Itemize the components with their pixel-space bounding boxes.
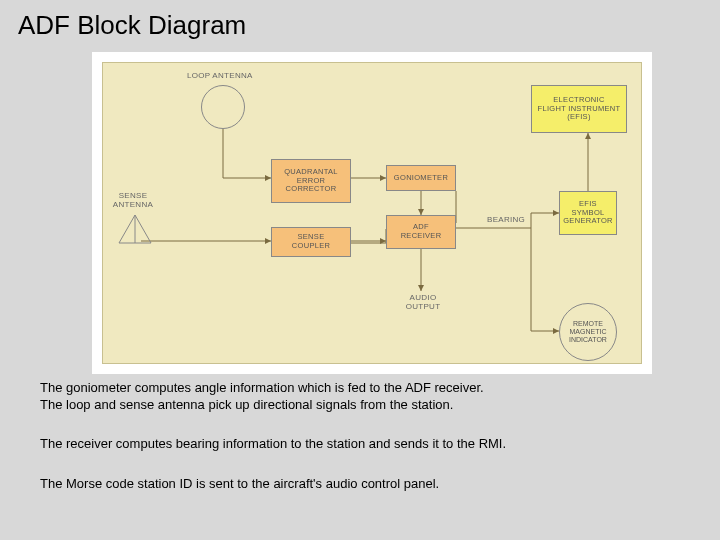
sense-antenna-label: SENSE ANTENNA [109, 191, 157, 209]
svg-marker-7 [585, 133, 591, 139]
audio-output-label: AUDIO OUTPUT [403, 293, 443, 311]
loop-antenna-icon [201, 85, 245, 129]
caption-line-1b: The loop and sense antenna pick up direc… [40, 397, 484, 414]
diagram-canvas: LOOP ANTENNA SENSE ANTENNA QUADRANTAL ER… [102, 62, 642, 364]
rmi-label: REMOTE MAGNETIC INDICATOR [569, 320, 607, 343]
diagram-container: LOOP ANTENNA SENSE ANTENNA QUADRANTAL ER… [92, 52, 652, 374]
block-rmi: REMOTE MAGNETIC INDICATOR [559, 303, 617, 361]
bearing-label: BEARING [487, 215, 525, 224]
block-efis-symbol-generator: EFIS SYMBOL GENERATOR [559, 191, 617, 235]
block-goniometer: GONIOMETER [386, 165, 456, 191]
block-adf-receiver: ADF RECEIVER [386, 215, 456, 249]
block-efis: ELECTRONIC FLIGHT INSTRUMENT (EFIS) [531, 85, 627, 133]
caption-block-2: The receiver computes bearing informatio… [40, 436, 506, 453]
page-title: ADF Block Diagram [0, 0, 720, 41]
caption-line-1a: The goniometer computes angle informatio… [40, 380, 484, 397]
caption-block-1: The goniometer computes angle informatio… [40, 380, 484, 414]
caption-block-3: The Morse code station ID is sent to the… [40, 476, 439, 493]
sense-antenna-icon [115, 213, 155, 253]
block-sense-coupler: SENSE COUPLER [271, 227, 351, 257]
block-quadrantal-error-corrector: QUADRANTAL ERROR CORRECTOR [271, 159, 351, 203]
svg-marker-8 [418, 285, 424, 291]
loop-antenna-label: LOOP ANTENNA [187, 71, 253, 80]
